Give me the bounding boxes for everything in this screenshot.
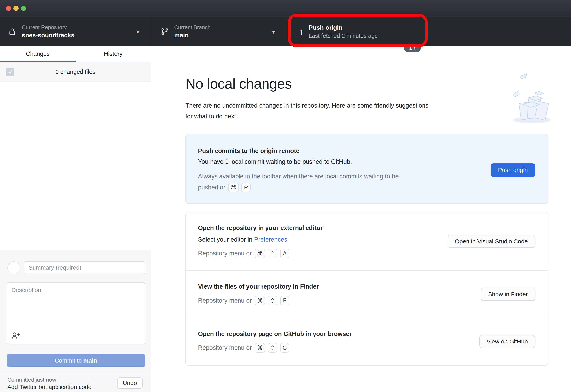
commit-button-prefix: Commit to [55,357,82,364]
page-title: No local changes [185,76,292,92]
current-repository-dropdown[interactable]: Current Repository snes-soundtracks ▾ [0,17,152,46]
chevron-down-icon: ▾ [272,28,275,35]
arrow-up-icon: ↑ [299,27,303,37]
kbd-a-key: A [280,249,289,258]
sidebar: Changes History 0 changed files Commit t… [0,46,151,392]
shortcut-prefix: Repository menu or [198,250,252,257]
github-desktop-window: Current Repository snes-soundtracks ▾ Cu… [0,0,571,392]
lock-icon [8,27,17,36]
push-origin-button[interactable]: Push origin [491,163,535,177]
kbd-command-key: ⌘ [255,296,265,305]
current-branch-label: Current Branch [174,24,210,31]
shortcut-hint: Repository menu or ⌘ ⇧ G [198,343,352,353]
changed-files-row: 0 changed files [0,62,151,82]
commit-summary-input[interactable] [24,261,145,274]
kbd-g-key: G [280,343,289,353]
push-origin-toolbar-button[interactable]: ↑ Push origin Last fetched 2 minutes ago [290,17,440,46]
avatar [7,261,20,274]
push-panel-note-prefix: pushed or [198,184,225,191]
view-on-github-button[interactable]: View on GitHub [480,335,535,348]
kbd-shift-key: ⇧ [268,296,277,305]
open-in-vscode-button[interactable]: Open in Visual Studio Code [448,235,535,248]
close-window-button[interactable] [6,6,11,11]
kbd-f-key: F [280,296,289,305]
page-subtitle-line2: for what to do next. [185,111,428,122]
suggestion-subtitle-prefix: Select your editor in [198,236,252,243]
push-panel-note-line1: Always available in the toolbar when the… [198,173,399,180]
current-branch-dropdown[interactable]: Current Branch main ▾ [152,17,289,46]
add-coauthor-icon[interactable] [11,331,21,340]
push-panel-title: Push commits to the origin remote [198,148,300,155]
commit-button[interactable]: Commit to main [7,354,145,367]
commit-description-input[interactable] [7,282,145,344]
suggestion-text-block: Open the repository in your external edi… [198,224,323,258]
push-count: 1 [409,45,412,51]
changed-files-count: 0 changed files [0,69,151,75]
toolbar: Current Repository snes-soundtracks ▾ Cu… [0,17,571,46]
shortcut-hint: Repository menu or ⌘ ⇧ A [198,249,323,258]
suggestions-card: Open the repository in your external edi… [185,212,548,366]
show-in-finder-button[interactable]: Show in Finder [481,288,535,301]
minimize-window-button[interactable] [14,6,19,11]
zoom-window-button[interactable] [21,6,26,11]
suggestion-subtitle: Select your editor in Preferences [198,236,323,243]
suggestion-row-external-editor: Open the repository in your external edi… [186,212,548,270]
preferences-link[interactable]: Preferences [254,236,287,243]
current-repository-label: Current Repository [22,24,74,31]
suggestion-text-block: View the files of your repository in Fin… [198,283,319,305]
suggestion-title: Open the repository page on GitHub in yo… [198,330,352,337]
push-panel-note-line2: pushed or ⌘ P [198,183,251,192]
current-branch-name: main [174,32,210,39]
shortcut-prefix: Repository menu or [198,344,252,351]
kbd-command-key: ⌘ [255,249,265,258]
commit-status-text: Committed just now [7,377,56,383]
shortcut-prefix: Repository menu or [198,297,252,304]
check-icon [8,70,13,75]
kbd-shift-key: ⇧ [268,343,277,353]
suggestion-title: View the files of your repository in Fin… [198,283,319,290]
push-count-badge: 1 ↑ [404,44,421,52]
push-commits-panel: Push commits to the origin remote You ha… [185,134,548,204]
kbd-command-key: ⌘ [228,183,239,192]
current-repository-name: snes-soundtracks [22,32,74,39]
chevron-down-icon: ▾ [136,28,139,35]
paper-stack-illustration [505,71,554,126]
page-subtitle-line1: There are no uncommitted changes in this… [185,100,428,111]
suggestion-row-github: Open the repository page on GitHub in yo… [186,318,548,365]
suggestion-row-finder: View the files of your repository in Fin… [186,270,548,318]
push-origin-subtitle: Last fetched 2 minutes ago [309,32,378,39]
shortcut-hint: Repository menu or ⌘ ⇧ F [198,296,319,305]
push-origin-title: Push origin [309,24,378,32]
sidebar-tabs: Changes History [0,46,151,62]
commit-form: Commit to main [0,250,151,374]
last-commit-bar: Committed just now Add Twitter bot appli… [0,374,151,392]
tab-history[interactable]: History [75,46,151,62]
tab-changes[interactable]: Changes [0,46,75,62]
kbd-command-key: ⌘ [255,343,265,353]
kbd-shift-key: ⇧ [268,249,277,258]
undo-button[interactable]: Undo [117,377,143,389]
suggestion-text-block: Open the repository page on GitHub in yo… [198,330,352,353]
git-branch-icon [160,27,169,36]
suggestion-title: Open the repository in your external edi… [198,224,323,232]
commit-message-text: Add Twitter bot application code [7,384,91,391]
select-all-checkbox[interactable] [6,68,14,76]
arrow-up-icon: ↑ [413,45,416,51]
titlebar [0,0,571,17]
kbd-p-key: P [241,183,251,192]
commit-button-branch: main [83,357,97,364]
page-subtitle: There are no uncommitted changes in this… [185,100,428,122]
push-panel-body: You have 1 local commit waiting to be pu… [198,158,352,165]
